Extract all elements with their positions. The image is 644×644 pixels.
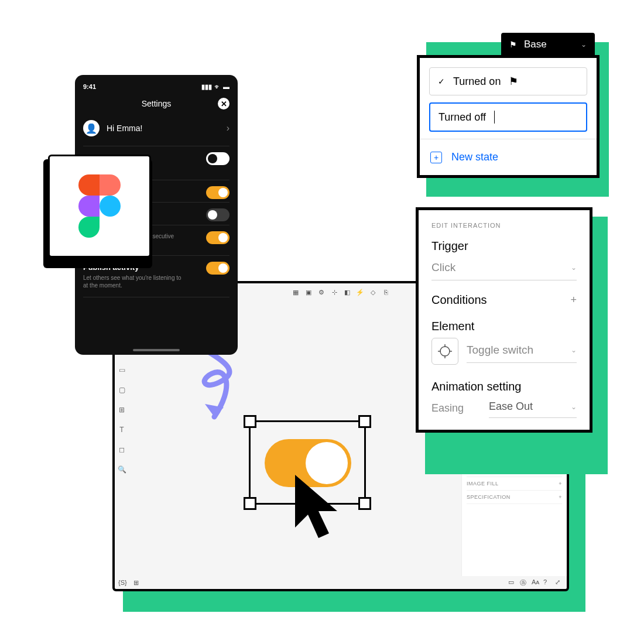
- element-section-title: Element: [431, 320, 577, 333]
- chevron-down-icon: ⌄: [571, 403, 577, 411]
- toggle-switch[interactable]: [206, 262, 229, 275]
- crosshair-icon: [438, 344, 452, 358]
- canvas-bottom-left: {S} ⊞: [118, 579, 139, 587]
- canvas-properties-panel: BLUR+ IMAGE FILL+ SPECIFICATION+: [461, 459, 567, 576]
- search-icon[interactable]: 🔍: [117, 465, 126, 474]
- canvas-bottom-right: ▭ ⓐ Aᴀ ? ⤢: [508, 578, 563, 587]
- trigger-dropdown[interactable]: Click ⌄: [431, 258, 577, 280]
- toggle-switch[interactable]: [206, 152, 229, 165]
- resize-handle-br[interactable]: [358, 497, 371, 510]
- trigger-section-title: Trigger: [431, 239, 577, 253]
- selection-bounding-box[interactable]: [249, 420, 366, 505]
- new-state-label: New state: [451, 151, 498, 163]
- property-row[interactable]: IMAGE FILL+: [467, 477, 562, 491]
- close-button[interactable]: ✕: [218, 98, 229, 109]
- battery-icon: ▬: [223, 83, 229, 91]
- tool-icon[interactable]: ▢: [117, 385, 126, 395]
- resize-handle-bl[interactable]: [244, 497, 256, 510]
- code-icon[interactable]: {S}: [118, 579, 127, 586]
- tool-icon[interactable]: ▣: [304, 288, 313, 296]
- tab-label: Base: [524, 39, 547, 50]
- state-label: Turned on: [453, 76, 501, 88]
- element-value: Toggle switch: [467, 344, 533, 357]
- signal-icon: ▮▮▮: [201, 83, 212, 91]
- edit-interaction-panel: EDIT INTERACTION Trigger Click ⌄ Conditi…: [416, 207, 592, 433]
- grid-icon[interactable]: ⊞: [133, 579, 139, 586]
- text-icon[interactable]: Aᴀ: [532, 578, 540, 587]
- base-state-tab[interactable]: ⚑ Base ⌄: [501, 33, 595, 56]
- home-indicator: [133, 349, 180, 351]
- tool-icon[interactable]: ⚙: [317, 288, 326, 296]
- toggle-switch[interactable]: [206, 208, 229, 221]
- conditions-label: Conditions: [431, 293, 487, 307]
- element-dropdown[interactable]: Toggle switch ⌄: [467, 340, 577, 363]
- easing-value: Ease Out: [489, 400, 533, 413]
- resize-handle-tr[interactable]: [358, 415, 371, 428]
- flag-icon: ⚑: [509, 75, 518, 88]
- figma-logo-icon: [78, 174, 121, 238]
- wifi-icon: ᯤ: [214, 83, 221, 91]
- trigger-value: Click: [431, 261, 455, 274]
- check-icon: ✓: [438, 77, 445, 86]
- device-icon[interactable]: ▭: [508, 578, 516, 587]
- property-row[interactable]: SPECIFICATION+: [467, 491, 562, 504]
- avatar: 👤: [83, 120, 100, 136]
- animation-section-title: Animation setting: [431, 380, 577, 393]
- canvas-top-toolbar: ▦ ▣ ⚙ ⊹ ◧ ⚡ ◇ ⎘: [292, 288, 390, 296]
- status-time: 9:41: [83, 83, 96, 91]
- tool-icon[interactable]: ◧: [343, 288, 351, 296]
- states-panel: ✓ Turned on ⚑ Turned off + New state: [417, 55, 600, 178]
- panel-header: EDIT INTERACTION: [431, 222, 577, 229]
- chevron-down-icon: ⌄: [581, 40, 587, 49]
- figma-logo-card: [48, 155, 151, 258]
- target-picker-button[interactable]: [431, 338, 458, 365]
- state-item-turned-off[interactable]: Turned off: [429, 102, 587, 132]
- mobile-status-bar: 9:41 ▮▮▮ ᯤ ▬: [83, 83, 229, 91]
- state-item-turned-on[interactable]: ✓ Turned on ⚑: [429, 67, 587, 95]
- chevron-down-icon: ⌄: [571, 346, 577, 354]
- tool-icon[interactable]: ◻: [117, 445, 126, 454]
- tool-icon[interactable]: T: [117, 425, 126, 434]
- canvas-left-toolbar: ▭ ▢ ⊞ T ◻ 🔍: [117, 365, 126, 474]
- tool-icon[interactable]: ⊹: [330, 288, 338, 296]
- setting-description: Let others see what you're listening to …: [83, 274, 183, 290]
- tool-icon[interactable]: ⎘: [382, 288, 390, 296]
- tool-icon[interactable]: ▦: [292, 288, 300, 296]
- annotation-arrow: [193, 345, 246, 427]
- text-cursor: [494, 111, 495, 124]
- flag-icon: ⚑: [509, 40, 517, 49]
- screen-title: Settings: [142, 99, 172, 108]
- greeting-text: Hi Emma!: [107, 124, 142, 133]
- chevron-down-icon: ⌄: [571, 263, 577, 272]
- divider: [420, 139, 597, 139]
- tool-icon[interactable]: ◇: [369, 288, 377, 296]
- expand-icon[interactable]: ⤢: [555, 578, 563, 587]
- add-condition-button[interactable]: +: [570, 294, 577, 306]
- state-label-input[interactable]: Turned off: [439, 111, 486, 124]
- tool-icon[interactable]: ▭: [117, 365, 126, 375]
- tool-icon[interactable]: ⊞: [117, 405, 126, 415]
- svg-point-2: [440, 347, 450, 356]
- toggle-switch[interactable]: [206, 231, 229, 244]
- new-state-button[interactable]: + New state: [429, 149, 587, 166]
- plus-icon: +: [430, 152, 442, 163]
- chevron-right-icon: ›: [227, 123, 229, 133]
- conditions-section[interactable]: Conditions +: [431, 293, 577, 307]
- easing-label: Easing: [431, 402, 478, 415]
- accessibility-icon[interactable]: ⓐ: [520, 578, 528, 587]
- user-profile-row[interactable]: 👤 Hi Emma! ›: [83, 120, 229, 146]
- help-icon[interactable]: ?: [543, 578, 551, 587]
- toggle-switch[interactable]: [206, 186, 229, 199]
- tool-icon[interactable]: ⚡: [356, 288, 364, 296]
- easing-dropdown[interactable]: Ease Out ⌄: [489, 398, 577, 418]
